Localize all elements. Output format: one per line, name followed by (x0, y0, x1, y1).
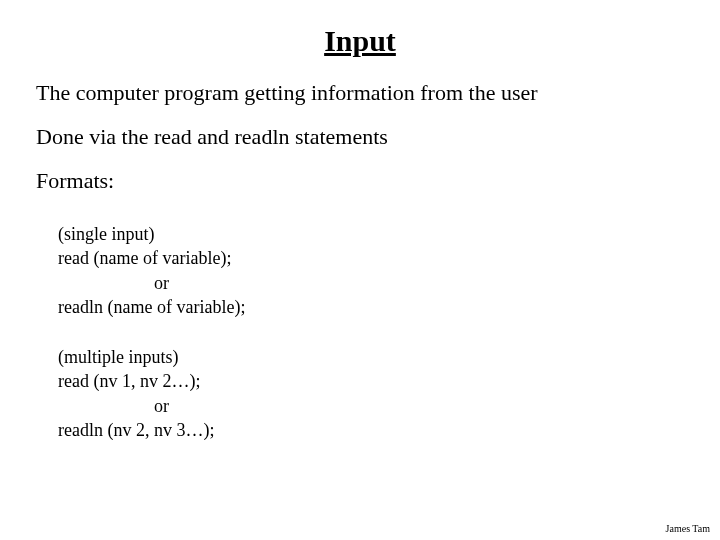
body-text-line-2: Done via the read and readln statements (36, 124, 684, 150)
code-block-header: (multiple inputs) (58, 345, 684, 369)
code-block-header: (single input) (58, 222, 684, 246)
code-line: read (nv 1, nv 2…); (58, 369, 684, 393)
code-line: readln (nv 2, nv 3…); (58, 418, 684, 442)
body-text-line-1: The computer program getting information… (36, 80, 684, 106)
code-block-multiple-inputs: (multiple inputs) read (nv 1, nv 2…); or… (58, 345, 684, 442)
slide-title: Input (36, 24, 684, 58)
slide: Input The computer program getting infor… (0, 0, 720, 540)
code-or: or (58, 394, 684, 418)
code-or: or (58, 271, 684, 295)
code-line: read (name of variable); (58, 246, 684, 270)
code-line: readln (name of variable); (58, 295, 684, 319)
footer-author: James Tam (666, 523, 710, 534)
code-block-single-input: (single input) read (name of variable); … (58, 222, 684, 319)
formats-label: Formats: (36, 168, 684, 194)
